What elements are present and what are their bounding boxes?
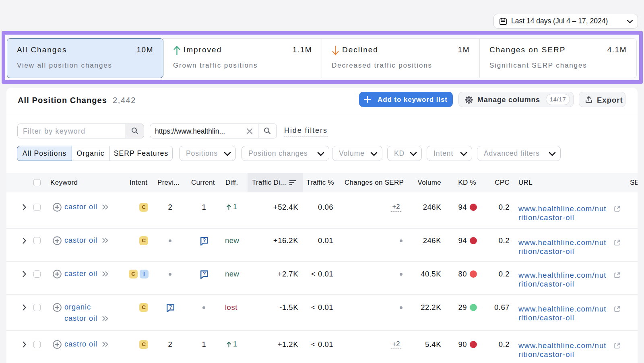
svg-text:?: ? — [169, 304, 172, 310]
svg-text:?: ? — [203, 237, 206, 243]
svg-text:?: ? — [203, 271, 206, 276]
